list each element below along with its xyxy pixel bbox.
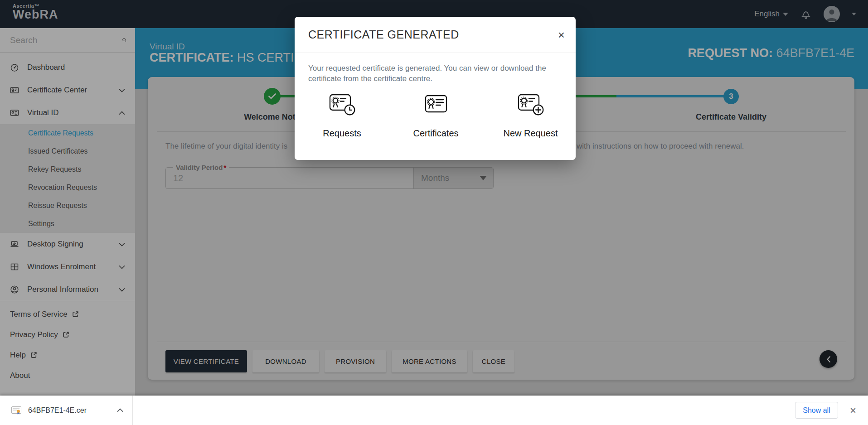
option-requests[interactable]: Requests xyxy=(297,93,387,139)
modal-title: CERTIFICATE GENERATED xyxy=(308,28,459,41)
option-certificates[interactable]: Certificates xyxy=(391,93,481,139)
certificate-file-icon xyxy=(11,406,22,415)
download-bar-divider xyxy=(132,396,133,425)
option-new-request[interactable]: New Request xyxy=(485,93,576,139)
certificate-plus-icon xyxy=(517,93,544,116)
webra-app: Ascertia™ WebRA English xyxy=(0,0,868,425)
show-all-downloads-button[interactable]: Show all xyxy=(795,402,838,419)
downloaded-filename: 64BFB7E1-4E.cer xyxy=(28,406,87,415)
modal-body-text: Your requested certificate is generated.… xyxy=(295,53,576,84)
certificate-clock-icon xyxy=(329,93,356,116)
browser-download-bar: 64BFB7E1-4E.cer Show all × xyxy=(0,396,868,425)
certificate-icon xyxy=(423,93,449,116)
option-label: New Request xyxy=(503,128,558,139)
modal-options: Requests Certificates xyxy=(295,93,576,139)
certificate-generated-modal: CERTIFICATE GENERATED × Your requested c… xyxy=(295,17,576,160)
download-bar-close-icon[interactable]: × xyxy=(850,405,856,416)
option-label: Requests xyxy=(323,128,361,139)
modal-close-icon[interactable]: × xyxy=(558,29,565,41)
option-label: Certificates xyxy=(413,128,458,139)
modal-header: CERTIFICATE GENERATED × xyxy=(295,17,576,53)
chevron-up-icon[interactable] xyxy=(117,408,123,412)
downloaded-file-item[interactable]: 64BFB7E1-4E.cer xyxy=(11,406,123,415)
